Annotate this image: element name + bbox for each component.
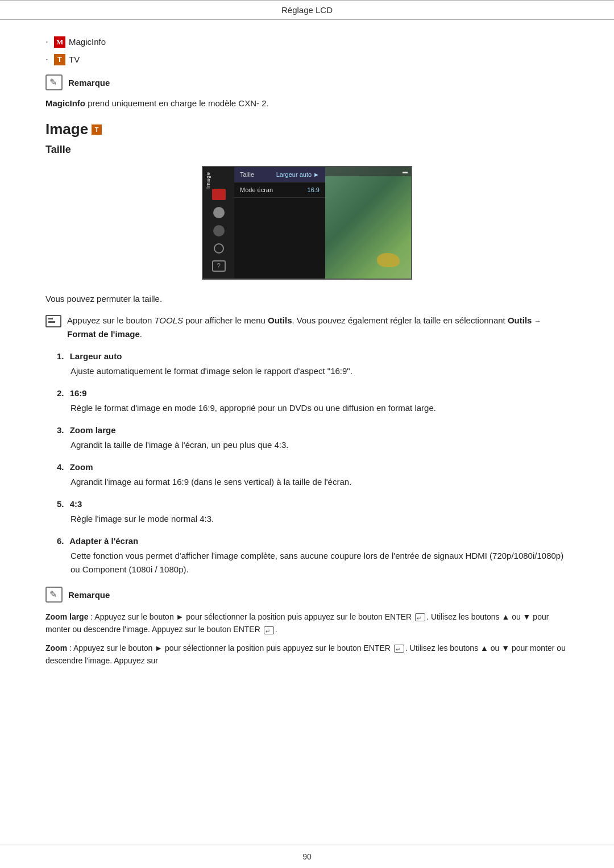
sidebar-icon-gear: [214, 243, 224, 254]
list-item: · M MagicInfo: [45, 36, 569, 48]
item-6-title: Adapter à l'écran: [69, 536, 138, 546]
list-item-3: 3. Zoom large Agrandit la taille de l'im…: [57, 425, 569, 452]
note-label-1: Remarque: [68, 78, 110, 88]
page-header: Réglage LCD: [0, 0, 614, 20]
enter-icon-2: [264, 626, 274, 634]
tv-label: TV: [69, 55, 80, 64]
screen-menu-item-taille: Taille Largeur auto ►: [234, 167, 325, 182]
item-2-num: 2.: [57, 388, 64, 398]
list-item-4: 4. Zoom Agrandit l'image au format 16:9 …: [57, 462, 569, 489]
item-4-body: Agrandit l'image au format 16:9 (dans le…: [70, 475, 569, 489]
sidebar-icon-question: ?: [212, 260, 226, 272]
page-footer: 90: [0, 845, 614, 868]
para-permuter: Vous pouvez permuter la taille.: [45, 292, 569, 306]
item-4-num: 4.: [57, 462, 64, 472]
note-box-2: Remarque: [45, 587, 569, 603]
subsection-taille: Taille: [45, 144, 569, 156]
item-3-title: Zoom large: [70, 425, 116, 435]
menu-label-mode: Mode écran: [240, 186, 273, 193]
sidebar-icon-circle1: [213, 207, 225, 218]
tv-icon: T: [54, 54, 65, 65]
screen-menu-item-mode: Mode écran 16:9: [234, 182, 325, 198]
page-container: Réglage LCD · M MagicInfo · T TV Remarqu…: [0, 0, 614, 868]
note-icon-2: [45, 587, 63, 603]
item-2-body: Règle le format d'image en mode 16:9, ap…: [70, 401, 569, 415]
bullet-dot: ·: [45, 53, 48, 65]
item-2-title: 16:9: [70, 388, 87, 398]
item-3-header: 3. Zoom large: [57, 425, 569, 435]
image-title-text: Image: [45, 121, 88, 138]
zoom-large-remark: Zoom large : Appuyez sur le bouton ► pou…: [45, 610, 569, 636]
magic-info-icon: M: [54, 36, 65, 48]
list-item-6: 6. Adapter à l'écran Cette fonction vous…: [57, 536, 569, 576]
magic-info-label: MagicInfo: [69, 37, 106, 47]
list-item: · T TV: [45, 53, 569, 65]
list-item-1: 1. Largeur auto Ajuste automatiquement l…: [57, 351, 569, 378]
tools-note-text: Appuyez sur le bouton TOOLS pour affiche…: [67, 314, 569, 341]
screen-photo-bar-text: ▬: [403, 169, 408, 175]
enter-icon-1: [415, 613, 425, 621]
screen-photo: ▬: [325, 167, 411, 279]
note-label-2: Remarque: [68, 590, 110, 600]
list-item-5: 5. 4:3 Règle l'image sur le mode normal …: [57, 499, 569, 526]
screen-menu: Taille Largeur auto ► Mode écran 16:9: [234, 167, 325, 279]
numbered-list: 1. Largeur auto Ajuste automatiquement l…: [57, 351, 569, 576]
item-5-num: 5.: [57, 499, 64, 509]
duck-shape: [377, 253, 400, 267]
tools-icon: [45, 315, 61, 327]
item-4-title: Zoom: [70, 462, 93, 472]
bullet-dot: ·: [45, 36, 48, 48]
note-box-1: Remarque: [45, 74, 569, 90]
item-2-header: 2. 16:9: [57, 388, 569, 398]
item-5-body: Règle l'image sur le mode normal 4:3.: [70, 512, 569, 526]
screen-sidebar: Image ?: [203, 167, 234, 279]
sidebar-icon-circle2: [213, 225, 225, 236]
main-content: · M MagicInfo · T TV Remarque MagicInfo …: [0, 36, 614, 667]
item-6-header: 6. Adapter à l'écran: [57, 536, 569, 546]
tools-note: Appuyez sur le bouton TOOLS pour affiche…: [45, 314, 569, 341]
item-6-num: 6.: [57, 536, 64, 546]
zoom-remark: Zoom : Appuyez sur le bouton ► pour séle…: [45, 642, 569, 667]
bullet-list: · M MagicInfo · T TV: [45, 36, 569, 65]
menu-value-taille: Largeur auto ►: [276, 171, 320, 178]
item-1-header: 1. Largeur auto: [57, 351, 569, 361]
menu-label-taille: Taille: [240, 171, 254, 178]
item-6-body: Cette fonction vous permet d'afficher l'…: [70, 549, 569, 576]
page-number: 90: [302, 852, 312, 861]
screen-image: Image ? Taille Largeur auto ► Mode écran: [45, 166, 569, 280]
section-title-image: ImageT: [45, 121, 569, 138]
screen-mockup: Image ? Taille Largeur auto ► Mode écran: [202, 166, 412, 280]
item-1-num: 1.: [57, 351, 64, 361]
image-t-icon: T: [92, 124, 102, 135]
magic-info-note: MagicInfo MagicInfo prend uniquement en …: [45, 98, 569, 108]
remark-section: Remarque Zoom large : Appuyez sur le bou…: [45, 587, 569, 667]
header-title: Réglage LCD: [281, 5, 333, 15]
item-4-header: 4. Zoom: [57, 462, 569, 472]
item-3-num: 3.: [57, 425, 64, 435]
item-3-body: Agrandit la taille de l'image à l'écran,…: [70, 438, 569, 452]
item-1-body: Ajuste automatiquement le format d'image…: [70, 364, 569, 378]
list-item-2: 2. 16:9 Règle le format d'image en mode …: [57, 388, 569, 415]
item-5-title: 4:3: [70, 499, 82, 509]
enter-icon-3: [394, 645, 404, 653]
screen-photo-top-bar: ▬: [325, 167, 411, 176]
screen-sidebar-label: Image: [205, 172, 211, 189]
sidebar-icon-active: [212, 189, 226, 200]
note-icon-1: [45, 74, 63, 90]
menu-value-mode: 16:9: [308, 186, 320, 193]
item-1-title: Largeur auto: [70, 351, 122, 361]
item-5-header: 5. 4:3: [57, 499, 569, 509]
